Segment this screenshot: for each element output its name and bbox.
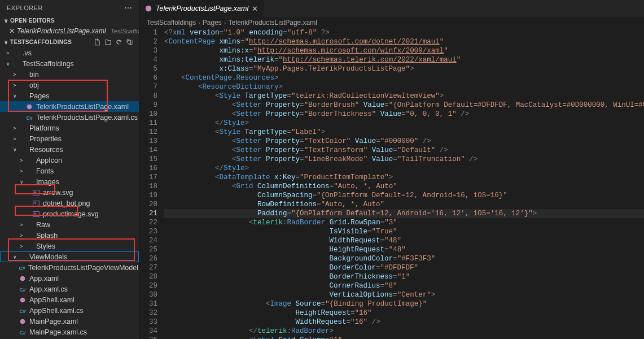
chevron-icon: > (18, 158, 25, 163)
tree-item[interactable]: C#AppShell.xaml.cs (0, 305, 139, 316)
tree-item-label: MainPage.xaml.cs (29, 328, 87, 336)
project-header[interactable]: ∨ TESTSCAFFOLDINGS (0, 37, 139, 47)
explorer-sidebar: EXPLORER ⋯ ∨ OPEN EDITORS ✕ TelerikProdu… (0, 0, 139, 339)
file-icon: C# (18, 285, 27, 293)
tree-item[interactable]: productimage.svg (0, 208, 139, 219)
tree-item[interactable]: ∨Pages (0, 90, 139, 101)
svg-text:C#: C# (26, 115, 32, 120)
tree-item-label: AppShell.xaml (29, 296, 75, 304)
tree-item[interactable]: >Raw (0, 219, 139, 230)
svg-point-5 (34, 202, 36, 203)
svg-point-0 (27, 104, 32, 109)
tree-item-label: MainPage.xaml (29, 318, 78, 325)
tree-item[interactable]: MainPage.xaml (0, 316, 139, 327)
tree-item[interactable]: C#TelerikProductsListPageViewModel.cs (0, 262, 139, 273)
more-icon[interactable]: ⋯ (124, 3, 133, 12)
code-content[interactable]: <?xml version="1.0" encoding="utf-8" ?><… (164, 28, 644, 339)
tree-item[interactable]: C#App.xaml.cs (0, 284, 139, 294)
chevron-icon: ∨ (11, 254, 18, 260)
svg-text:C#: C# (19, 286, 25, 292)
tree-item-label: Pages (29, 92, 49, 100)
close-icon[interactable]: ✕ (252, 5, 258, 13)
tree-item[interactable]: dotnet_bot.png (0, 198, 139, 208)
tree-item[interactable]: C#TelerikProductsListPage.xaml.cs (0, 112, 139, 123)
breadcrumb-segment[interactable]: TelerikProductsListPage.xaml (229, 19, 317, 27)
chevron-icon: > (18, 233, 25, 238)
tree-item-label: App.xaml (29, 275, 59, 282)
project-actions (94, 38, 137, 46)
tree-item-label: Images (36, 178, 59, 186)
tree-item[interactable]: >obj (0, 80, 139, 90)
chevron-down-icon: ∨ (2, 39, 10, 45)
project-label: TESTSCAFFOLDINGS (10, 39, 72, 45)
breadcrumb-separator: › (198, 19, 200, 26)
tree-item-label: .vs (23, 49, 32, 57)
file-tree: >.vs∨TestScaffoldings>bin>obj∨PagesTeler… (0, 47, 139, 339)
tree-item-label: Splash (36, 232, 58, 240)
file-icon (18, 275, 27, 282)
chevron-icon: > (11, 125, 18, 131)
new-folder-icon[interactable] (104, 38, 112, 46)
tree-item[interactable]: >Styles (0, 241, 139, 251)
code-editor[interactable]: 1234567891011121314151617181920212223242… (139, 28, 644, 339)
file-icon (25, 103, 34, 111)
open-editors-header[interactable]: ∨ OPEN EDITORS (0, 16, 139, 25)
svg-text:C#: C# (19, 308, 25, 314)
tree-item[interactable]: >bin (0, 69, 139, 80)
chevron-icon: > (11, 82, 18, 88)
file-icon (32, 199, 41, 207)
breadcrumb-segment[interactable]: Pages (203, 19, 222, 27)
svg-point-7 (34, 212, 36, 214)
tree-item-label: bin (29, 71, 39, 79)
editor-area: TelerikProductsListPage.xaml ✕ TestScaff… (139, 0, 644, 339)
chevron-icon: > (11, 72, 18, 77)
tree-item[interactable]: >Fonts (0, 166, 139, 176)
editor-tab[interactable]: TelerikProductsListPage.xaml ✕ (139, 0, 264, 17)
collapse-all-icon[interactable] (126, 38, 133, 46)
tree-item-label: dotnet_bot.png (43, 199, 90, 207)
svg-point-9 (20, 276, 25, 281)
tree-item-label: Raw (36, 221, 50, 229)
tree-item[interactable]: App.xaml (0, 273, 139, 284)
svg-rect-2 (33, 190, 40, 195)
file-icon: C# (18, 307, 27, 315)
open-editors-label: OPEN EDITORS (10, 18, 55, 24)
svg-point-3 (34, 191, 36, 193)
tree-item-label: Styles (36, 242, 55, 250)
tree-item[interactable]: C#MainPage.xaml.cs (0, 327, 139, 337)
breadcrumb[interactable]: TestScaffoldings›Pages›TelerikProductsLi… (139, 17, 644, 28)
svg-point-18 (146, 6, 152, 12)
tree-item[interactable]: >Splash (0, 230, 139, 241)
svg-text:C#: C# (19, 329, 25, 335)
tree-item-label: Fonts (36, 167, 54, 175)
breadcrumb-segment[interactable]: TestScaffoldings (147, 19, 196, 27)
tree-item[interactable]: >Properties (0, 133, 139, 144)
chevron-icon: > (18, 244, 25, 249)
tree-item[interactable]: ∨ViewModels (0, 251, 139, 262)
tree-item[interactable]: >Platforms (0, 123, 139, 133)
new-file-icon[interactable] (94, 38, 101, 46)
refresh-icon[interactable] (115, 38, 122, 46)
tree-item[interactable]: ∨TestScaffoldings (0, 58, 139, 69)
tree-item-label: ViewModels (29, 253, 67, 261)
tree-item[interactable]: ∨Resources (0, 144, 139, 155)
tree-item[interactable]: ∨Images (0, 176, 139, 187)
tree-item[interactable]: >AppIcon (0, 155, 139, 166)
file-icon (18, 296, 27, 304)
tree-item-label: Resources (29, 146, 63, 154)
line-gutter: 1234567891011121314151617181920212223242… (139, 28, 164, 339)
tree-item[interactable]: TelerikProductsListPage.xaml (0, 101, 139, 112)
open-editor-item[interactable]: ✕ TelerikProductsListPage.xaml TestScaff… (0, 25, 139, 37)
chevron-icon: > (18, 222, 25, 228)
tree-item-label: AppIcon (36, 157, 62, 164)
tree-item[interactable]: AppShell.xaml (0, 294, 139, 305)
chevron-icon: ∨ (11, 93, 18, 99)
file-icon (32, 210, 41, 218)
tree-item[interactable]: >.vs (0, 47, 139, 58)
close-icon[interactable]: ✕ (9, 27, 15, 35)
svg-rect-6 (33, 211, 40, 216)
tab-bar: TelerikProductsListPage.xaml ✕ (139, 0, 644, 17)
tree-item[interactable]: arrow.svg (0, 187, 139, 198)
tree-item-label: TelerikProductsListPageViewModel.cs (28, 264, 139, 272)
breadcrumb-separator: › (224, 19, 226, 26)
